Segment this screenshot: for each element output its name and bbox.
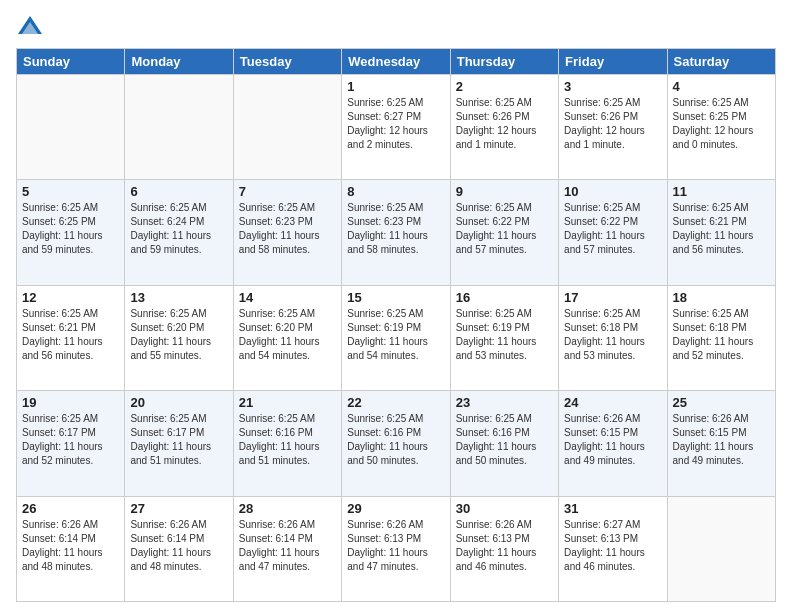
day-cell: 4Sunrise: 6:25 AM Sunset: 6:25 PM Daylig…: [667, 75, 775, 180]
day-number: 17: [564, 290, 661, 305]
logo-icon: [16, 12, 44, 40]
day-cell: 22Sunrise: 6:25 AM Sunset: 6:16 PM Dayli…: [342, 391, 450, 496]
day-number: 27: [130, 501, 227, 516]
header: [16, 12, 776, 40]
day-number: 20: [130, 395, 227, 410]
day-number: 2: [456, 79, 553, 94]
day-cell: 10Sunrise: 6:25 AM Sunset: 6:22 PM Dayli…: [559, 180, 667, 285]
weekday-friday: Friday: [559, 49, 667, 75]
weekday-sunday: Sunday: [17, 49, 125, 75]
day-number: 24: [564, 395, 661, 410]
day-number: 18: [673, 290, 770, 305]
day-info: Sunrise: 6:25 AM Sunset: 6:16 PM Dayligh…: [347, 412, 444, 468]
weekday-thursday: Thursday: [450, 49, 558, 75]
day-info: Sunrise: 6:25 AM Sunset: 6:25 PM Dayligh…: [673, 96, 770, 152]
day-number: 12: [22, 290, 119, 305]
day-number: 26: [22, 501, 119, 516]
day-number: 13: [130, 290, 227, 305]
day-cell: 6Sunrise: 6:25 AM Sunset: 6:24 PM Daylig…: [125, 180, 233, 285]
day-number: 4: [673, 79, 770, 94]
day-number: 28: [239, 501, 336, 516]
day-info: Sunrise: 6:25 AM Sunset: 6:19 PM Dayligh…: [456, 307, 553, 363]
weekday-monday: Monday: [125, 49, 233, 75]
day-number: 30: [456, 501, 553, 516]
day-cell: 19Sunrise: 6:25 AM Sunset: 6:17 PM Dayli…: [17, 391, 125, 496]
day-number: 21: [239, 395, 336, 410]
day-info: Sunrise: 6:25 AM Sunset: 6:16 PM Dayligh…: [239, 412, 336, 468]
day-cell: 7Sunrise: 6:25 AM Sunset: 6:23 PM Daylig…: [233, 180, 341, 285]
day-cell: 5Sunrise: 6:25 AM Sunset: 6:25 PM Daylig…: [17, 180, 125, 285]
week-row-1: 1Sunrise: 6:25 AM Sunset: 6:27 PM Daylig…: [17, 75, 776, 180]
day-info: Sunrise: 6:25 AM Sunset: 6:21 PM Dayligh…: [673, 201, 770, 257]
day-number: 9: [456, 184, 553, 199]
day-number: 8: [347, 184, 444, 199]
day-number: 6: [130, 184, 227, 199]
day-cell: 29Sunrise: 6:26 AM Sunset: 6:13 PM Dayli…: [342, 496, 450, 601]
day-info: Sunrise: 6:25 AM Sunset: 6:16 PM Dayligh…: [456, 412, 553, 468]
day-number: 11: [673, 184, 770, 199]
day-cell: 8Sunrise: 6:25 AM Sunset: 6:23 PM Daylig…: [342, 180, 450, 285]
weekday-tuesday: Tuesday: [233, 49, 341, 75]
day-cell: 13Sunrise: 6:25 AM Sunset: 6:20 PM Dayli…: [125, 285, 233, 390]
day-cell: 1Sunrise: 6:25 AM Sunset: 6:27 PM Daylig…: [342, 75, 450, 180]
day-cell: 11Sunrise: 6:25 AM Sunset: 6:21 PM Dayli…: [667, 180, 775, 285]
day-number: 15: [347, 290, 444, 305]
day-info: Sunrise: 6:25 AM Sunset: 6:19 PM Dayligh…: [347, 307, 444, 363]
day-cell: 3Sunrise: 6:25 AM Sunset: 6:26 PM Daylig…: [559, 75, 667, 180]
day-info: Sunrise: 6:25 AM Sunset: 6:20 PM Dayligh…: [239, 307, 336, 363]
weekday-wednesday: Wednesday: [342, 49, 450, 75]
day-info: Sunrise: 6:26 AM Sunset: 6:13 PM Dayligh…: [347, 518, 444, 574]
day-info: Sunrise: 6:25 AM Sunset: 6:27 PM Dayligh…: [347, 96, 444, 152]
day-info: Sunrise: 6:26 AM Sunset: 6:14 PM Dayligh…: [22, 518, 119, 574]
week-row-5: 26Sunrise: 6:26 AM Sunset: 6:14 PM Dayli…: [17, 496, 776, 601]
day-cell: 16Sunrise: 6:25 AM Sunset: 6:19 PM Dayli…: [450, 285, 558, 390]
day-cell: 24Sunrise: 6:26 AM Sunset: 6:15 PM Dayli…: [559, 391, 667, 496]
week-row-3: 12Sunrise: 6:25 AM Sunset: 6:21 PM Dayli…: [17, 285, 776, 390]
day-cell: 30Sunrise: 6:26 AM Sunset: 6:13 PM Dayli…: [450, 496, 558, 601]
day-cell: [667, 496, 775, 601]
day-info: Sunrise: 6:25 AM Sunset: 6:23 PM Dayligh…: [347, 201, 444, 257]
day-info: Sunrise: 6:25 AM Sunset: 6:17 PM Dayligh…: [22, 412, 119, 468]
page: SundayMondayTuesdayWednesdayThursdayFrid…: [0, 0, 792, 612]
day-cell: 31Sunrise: 6:27 AM Sunset: 6:13 PM Dayli…: [559, 496, 667, 601]
day-cell: 15Sunrise: 6:25 AM Sunset: 6:19 PM Dayli…: [342, 285, 450, 390]
day-info: Sunrise: 6:25 AM Sunset: 6:18 PM Dayligh…: [673, 307, 770, 363]
day-number: 16: [456, 290, 553, 305]
day-info: Sunrise: 6:26 AM Sunset: 6:13 PM Dayligh…: [456, 518, 553, 574]
day-info: Sunrise: 6:26 AM Sunset: 6:14 PM Dayligh…: [239, 518, 336, 574]
day-cell: 20Sunrise: 6:25 AM Sunset: 6:17 PM Dayli…: [125, 391, 233, 496]
day-number: 10: [564, 184, 661, 199]
day-info: Sunrise: 6:27 AM Sunset: 6:13 PM Dayligh…: [564, 518, 661, 574]
day-info: Sunrise: 6:25 AM Sunset: 6:22 PM Dayligh…: [564, 201, 661, 257]
day-cell: 25Sunrise: 6:26 AM Sunset: 6:15 PM Dayli…: [667, 391, 775, 496]
day-cell: 27Sunrise: 6:26 AM Sunset: 6:14 PM Dayli…: [125, 496, 233, 601]
day-cell: 23Sunrise: 6:25 AM Sunset: 6:16 PM Dayli…: [450, 391, 558, 496]
weekday-saturday: Saturday: [667, 49, 775, 75]
day-number: 14: [239, 290, 336, 305]
day-info: Sunrise: 6:25 AM Sunset: 6:25 PM Dayligh…: [22, 201, 119, 257]
day-info: Sunrise: 6:25 AM Sunset: 6:21 PM Dayligh…: [22, 307, 119, 363]
day-number: 29: [347, 501, 444, 516]
day-info: Sunrise: 6:25 AM Sunset: 6:26 PM Dayligh…: [456, 96, 553, 152]
day-cell: 26Sunrise: 6:26 AM Sunset: 6:14 PM Dayli…: [17, 496, 125, 601]
day-number: 3: [564, 79, 661, 94]
day-number: 23: [456, 395, 553, 410]
day-number: 22: [347, 395, 444, 410]
day-cell: 28Sunrise: 6:26 AM Sunset: 6:14 PM Dayli…: [233, 496, 341, 601]
day-number: 1: [347, 79, 444, 94]
day-info: Sunrise: 6:25 AM Sunset: 6:26 PM Dayligh…: [564, 96, 661, 152]
day-info: Sunrise: 6:26 AM Sunset: 6:14 PM Dayligh…: [130, 518, 227, 574]
day-number: 25: [673, 395, 770, 410]
calendar: SundayMondayTuesdayWednesdayThursdayFrid…: [16, 48, 776, 602]
day-cell: 2Sunrise: 6:25 AM Sunset: 6:26 PM Daylig…: [450, 75, 558, 180]
day-number: 5: [22, 184, 119, 199]
day-info: Sunrise: 6:25 AM Sunset: 6:23 PM Dayligh…: [239, 201, 336, 257]
day-info: Sunrise: 6:26 AM Sunset: 6:15 PM Dayligh…: [564, 412, 661, 468]
day-info: Sunrise: 6:25 AM Sunset: 6:20 PM Dayligh…: [130, 307, 227, 363]
day-cell: 18Sunrise: 6:25 AM Sunset: 6:18 PM Dayli…: [667, 285, 775, 390]
day-info: Sunrise: 6:26 AM Sunset: 6:15 PM Dayligh…: [673, 412, 770, 468]
day-cell: 21Sunrise: 6:25 AM Sunset: 6:16 PM Dayli…: [233, 391, 341, 496]
day-cell: 14Sunrise: 6:25 AM Sunset: 6:20 PM Dayli…: [233, 285, 341, 390]
day-cell: 17Sunrise: 6:25 AM Sunset: 6:18 PM Dayli…: [559, 285, 667, 390]
day-number: 19: [22, 395, 119, 410]
